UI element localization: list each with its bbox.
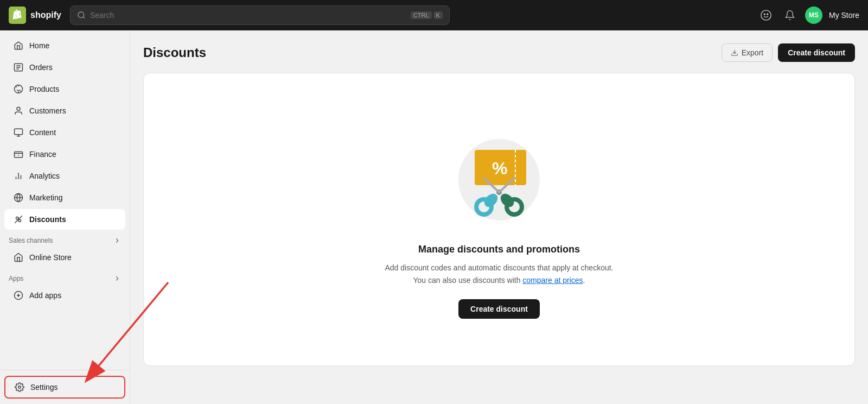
sidebar-item-products[interactable]: Products — [4, 79, 125, 99]
chevron-right-icon — [113, 237, 121, 244]
page-title: Discounts — [143, 45, 206, 60]
sales-channels-section[interactable]: Sales channels — [0, 232, 130, 247]
empty-state-description: Add discount codes and automatic discoun… — [385, 262, 613, 286]
compare-at-prices-link[interactable]: compare at prices — [522, 276, 583, 285]
products-icon — [13, 84, 24, 94]
discounts-icon — [13, 214, 24, 225]
sidebar: Home Orders Produ — [0, 30, 130, 404]
sidebar-label-online-store: Online Store — [29, 253, 72, 262]
sidebar-item-online-store[interactable]: Online Store — [4, 247, 125, 268]
settings-highlight-box: Settings — [4, 376, 125, 399]
k-key: K — [433, 11, 443, 19]
shopify-wordmark: shopify — [30, 10, 61, 20]
sidebar-label-settings: Settings — [30, 383, 58, 392]
sidebar-item-orders[interactable]: Orders — [4, 57, 125, 78]
export-icon — [731, 49, 738, 56]
sidebar-item-add-apps[interactable]: Add apps — [4, 285, 125, 306]
sidebar-item-analytics[interactable]: Analytics — [4, 166, 125, 186]
svg-line-2 — [83, 17, 85, 18]
export-label: Export — [742, 48, 763, 57]
sidebar-label-content: Content — [29, 128, 56, 137]
sidebar-label-marketing: Marketing — [29, 193, 62, 202]
search-input[interactable] — [90, 11, 406, 20]
shopify-bag-icon — [9, 7, 26, 24]
sidebar-item-finance[interactable]: Finance — [4, 144, 125, 165]
svg-rect-15 — [15, 152, 23, 158]
search-icon — [77, 11, 86, 20]
ctrl-key: CTRL — [411, 11, 432, 19]
top-navigation: shopify CTRL K MS My Store — [0, 0, 868, 30]
chevron-right-icon-apps — [113, 275, 121, 282]
sidebar-label-finance: Finance — [29, 150, 56, 159]
analytics-icon — [13, 171, 24, 181]
svg-rect-12 — [15, 129, 23, 135]
shopify-logo[interactable]: shopify — [9, 7, 61, 24]
store-name[interactable]: My Store — [829, 11, 859, 20]
store-icon — [13, 252, 24, 263]
sales-channels-label: Sales channels — [9, 237, 53, 244]
bell-icon — [784, 10, 795, 21]
svg-point-5 — [767, 14, 768, 15]
svg-point-4 — [764, 14, 765, 15]
finance-icon — [13, 149, 24, 160]
search-shortcut: CTRL K — [411, 11, 443, 19]
discounts-empty-card: % Manage discounts and promotions — [143, 73, 855, 366]
sidebar-item-content[interactable]: Content — [4, 122, 125, 143]
create-discount-button-header[interactable]: Create discount — [778, 43, 855, 62]
sidebar-label-add-apps: Add apps — [29, 291, 61, 300]
sidebar-label-orders: Orders — [29, 63, 53, 72]
discount-illustration: % — [445, 120, 553, 229]
svg-point-22 — [18, 219, 21, 222]
empty-state-title: Manage discounts and promotions — [418, 244, 580, 255]
gear-icon — [14, 382, 25, 393]
search-bar[interactable]: CTRL K — [70, 5, 450, 25]
svg-point-11 — [17, 107, 20, 110]
marketing-icon — [13, 192, 24, 203]
svg-point-21 — [16, 217, 19, 220]
apps-section[interactable]: Apps — [0, 270, 130, 285]
sidebar-item-marketing[interactable]: Marketing — [4, 187, 125, 208]
orders-icon — [13, 62, 24, 73]
topnav-right: MS My Store — [757, 7, 859, 24]
export-button[interactable]: Export — [722, 43, 773, 62]
home-icon — [13, 40, 24, 51]
face-icon — [760, 9, 772, 21]
sidebar-item-discounts[interactable]: Discounts — [4, 209, 125, 230]
sidebar-label-customers: Customers — [29, 106, 66, 115]
header-actions: Export Create discount — [722, 43, 855, 62]
sidebar-item-settings[interactable]: Settings — [5, 377, 124, 397]
apps-label: Apps — [9, 275, 23, 282]
sidebar-label-home: Home — [29, 41, 49, 50]
svg-text:%: % — [492, 159, 507, 178]
svg-point-26 — [18, 386, 21, 389]
svg-point-1 — [78, 12, 84, 18]
main-content: Discounts Export Create discount — [130, 30, 868, 404]
content-icon — [13, 127, 24, 138]
page-header: Discounts Export Create discount — [143, 43, 855, 62]
sidebar-item-customers[interactable]: Customers — [4, 100, 125, 121]
sidebar-item-home[interactable]: Home — [4, 35, 125, 56]
create-discount-button-empty[interactable]: Create discount — [458, 299, 540, 319]
add-icon — [13, 290, 24, 301]
avatar[interactable]: MS — [805, 7, 822, 24]
notifications-button[interactable] — [781, 7, 799, 24]
empty-state: % Manage discounts and promotions — [374, 98, 624, 340]
sidebar-label-products: Products — [29, 85, 59, 93]
help-icon-button[interactable] — [757, 7, 775, 24]
app-body: Home Orders Produ — [0, 30, 868, 404]
sidebar-label-analytics: Analytics — [29, 172, 60, 180]
customers-icon — [13, 105, 24, 116]
svg-point-3 — [761, 10, 771, 20]
sidebar-label-discounts: Discounts — [29, 215, 66, 224]
